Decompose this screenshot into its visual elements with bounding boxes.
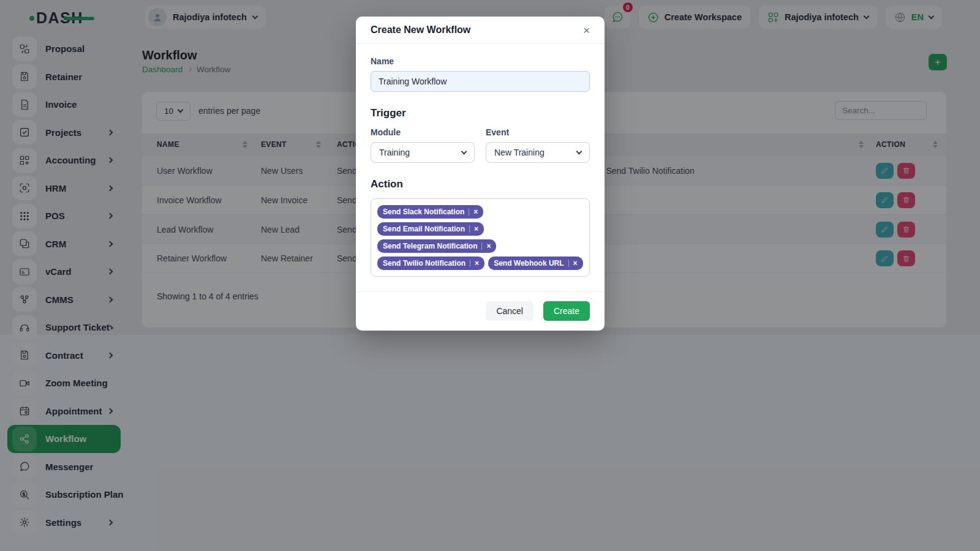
action-multiselect[interactable]: Send Slack Notification× Send Email Noti… — [371, 198, 590, 277]
module-value: Training — [379, 148, 410, 157]
event-select[interactable]: New Training — [486, 142, 590, 163]
action-tag: Send Twilio Notification× — [377, 257, 484, 270]
action-tag: Send Slack Notification× — [377, 205, 483, 219]
remove-tag-icon[interactable]: × — [573, 259, 578, 268]
action-tag: Send Email Notification× — [377, 222, 484, 236]
action-tag: Send Webhook URL× — [488, 257, 582, 270]
workflow-name-input[interactable] — [371, 71, 590, 92]
close-icon[interactable]: × — [583, 24, 590, 36]
create-workflow-modal: Create New Workflow × Name Trigger Modul… — [356, 17, 605, 331]
event-label: Event — [486, 127, 590, 137]
action-heading: Action — [371, 178, 590, 190]
trigger-heading: Trigger — [371, 107, 590, 119]
event-field: Event New Training — [486, 127, 590, 163]
modal-body: Name Trigger Module Training Event New T… — [356, 44, 605, 291]
remove-tag-icon[interactable]: × — [474, 225, 478, 233]
remove-tag-icon[interactable]: × — [473, 208, 478, 216]
module-field: Module Training — [371, 127, 475, 163]
chevron-down-icon — [576, 148, 582, 154]
create-button[interactable]: Create — [543, 301, 590, 321]
module-label: Module — [371, 127, 475, 137]
name-label: Name — [371, 56, 590, 66]
cancel-button[interactable]: Cancel — [486, 301, 533, 321]
remove-tag-icon[interactable]: × — [486, 242, 491, 250]
chevron-down-icon — [461, 148, 467, 154]
event-value: New Training — [494, 148, 545, 157]
action-tag: Send Telegram Notification× — [377, 239, 496, 253]
module-select[interactable]: Training — [371, 142, 475, 163]
modal-footer: Cancel Create — [356, 291, 605, 331]
modal-header: Create New Workflow × — [356, 17, 605, 44]
remove-tag-icon[interactable]: × — [475, 259, 479, 268]
modal-title: Create New Workflow — [371, 24, 470, 36]
